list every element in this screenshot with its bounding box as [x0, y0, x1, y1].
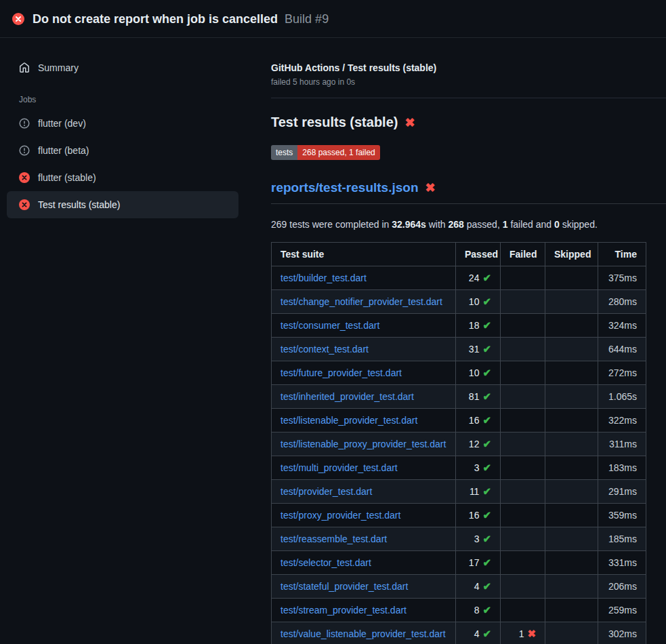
suite-cell: test/future_provider_test.dart: [272, 361, 456, 385]
skipped-cell: [545, 551, 598, 575]
test-suite-link[interactable]: test/consumer_test.dart: [280, 320, 379, 331]
failed-cell: [501, 456, 545, 480]
suite-cell: test/context_test.dart: [272, 338, 456, 361]
sidebar-job-item[interactable]: flutter (stable): [7, 164, 238, 191]
time-cell: 644ms: [598, 338, 646, 361]
failed-cell: [501, 338, 545, 361]
sidebar-job-item[interactable]: flutter (dev): [7, 110, 238, 137]
check-mark-icon: ✔: [482, 272, 491, 283]
summary-value: 32.964s: [392, 219, 426, 230]
failed-cell: [501, 361, 545, 385]
check-title: Test results (stable) ✖: [271, 115, 666, 130]
report-file-link[interactable]: reports/test-results.json: [271, 180, 419, 195]
sidebar-job-label: Test results (stable): [38, 199, 120, 210]
count-value: 3: [474, 534, 480, 544]
skipped-cell: [545, 622, 598, 644]
table-row: test/stateful_provider_test.dart4✔206ms: [272, 575, 646, 599]
time-cell: 280ms: [598, 290, 646, 314]
time-cell: 322ms: [598, 409, 646, 432]
jobs-list: flutter (dev)flutter (beta)flutter (stab…: [7, 110, 238, 218]
passed-cell: 16✔: [456, 504, 501, 527]
column-header: Skipped: [545, 243, 598, 266]
sidebar-summary-label: Summary: [38, 62, 79, 73]
sidebar-job-item[interactable]: flutter (beta): [7, 137, 238, 164]
workflow-run-title: Do not create report when job is cancell…: [33, 11, 278, 27]
table-row: test/consumer_test.dart18✔324ms: [272, 314, 646, 338]
count-value: 24: [469, 273, 480, 283]
failed-cell: [501, 599, 545, 622]
suite-cell: test/stream_provider_test.dart: [272, 599, 456, 622]
test-suite-link[interactable]: test/multi_provider_test.dart: [280, 462, 398, 473]
x-circle-fill-icon: [19, 199, 30, 210]
summary-text: with: [426, 219, 449, 230]
passed-cell: 10✔: [456, 361, 501, 385]
column-header: Time: [598, 243, 646, 266]
cross-mark-icon: ✖: [425, 180, 436, 195]
test-suite-link[interactable]: test/provider_test.dart: [280, 486, 372, 497]
check-mark-icon: ✔: [482, 296, 491, 307]
count-value: 10: [469, 296, 480, 307]
test-suite-link[interactable]: test/future_provider_test.dart: [280, 367, 402, 378]
table-row: test/reassemble_test.dart3✔185ms: [272, 527, 646, 551]
skipped-cell: [545, 527, 598, 551]
check-mark-icon: ✔: [482, 414, 491, 426]
test-suite-link[interactable]: test/context_test.dart: [280, 344, 369, 355]
count-value: 4: [474, 581, 480, 592]
column-header: Test suite: [272, 243, 456, 266]
passed-cell: 3✔: [456, 456, 501, 480]
test-suite-link[interactable]: test/reassemble_test.dart: [280, 534, 387, 544]
test-suite-link[interactable]: test/builder_test.dart: [280, 273, 367, 283]
summary-value: 1: [503, 219, 508, 230]
test-suite-link[interactable]: test/listenable_proxy_provider_test.dart: [280, 439, 446, 449]
passed-cell: 31✔: [456, 338, 501, 361]
suite-cell: test/change_notifier_provider_test.dart: [272, 290, 456, 314]
badge-value: 268 passed, 1 failed: [297, 145, 379, 160]
failed-cell: [501, 480, 545, 504]
skipped-cell: [545, 575, 598, 599]
check-mark-icon: ✔: [482, 580, 491, 592]
table-header-row: Test suitePassedFailedSkippedTime: [272, 243, 646, 266]
test-suite-link[interactable]: test/value_listenable_provider_test.dart: [280, 628, 446, 639]
count-value: 1: [519, 628, 524, 639]
count-value: 17: [469, 557, 480, 568]
failed-cell: [501, 432, 545, 456]
passed-cell: 24✔: [456, 266, 501, 290]
suite-cell: test/inherited_provider_test.dart: [272, 385, 456, 409]
suite-cell: test/selector_test.dart: [272, 551, 456, 575]
summary-text: skipped.: [560, 219, 598, 230]
check-mark-icon: ✔: [482, 319, 491, 331]
cancelled-circle-icon: [19, 145, 30, 156]
test-suite-link[interactable]: test/change_notifier_provider_test.dart: [280, 296, 442, 307]
table-row: test/builder_test.dart24✔375ms: [272, 266, 646, 290]
skipped-cell: [545, 409, 598, 432]
time-cell: 1.065s: [598, 385, 646, 409]
time-cell: 311ms: [598, 432, 646, 456]
table-row: test/future_provider_test.dart10✔272ms: [272, 361, 646, 385]
sidebar-job-item[interactable]: Test results (stable): [7, 191, 238, 218]
check-mark-icon: ✔: [482, 533, 491, 544]
test-suite-link[interactable]: test/stream_provider_test.dart: [280, 605, 407, 616]
breadcrumb: GitHub Actions / Test results (stable): [271, 62, 666, 73]
suite-cell: test/stateful_provider_test.dart: [272, 575, 456, 599]
suite-cell: test/listenable_proxy_provider_test.dart: [272, 432, 456, 456]
failed-cell: 1✖: [501, 622, 545, 644]
count-value: 81: [469, 391, 480, 402]
test-suite-link[interactable]: test/inherited_provider_test.dart: [280, 391, 414, 402]
test-suite-link[interactable]: test/listenable_provider_test.dart: [280, 415, 417, 426]
test-suite-link[interactable]: test/stateful_provider_test.dart: [280, 581, 408, 592]
skipped-cell: [545, 432, 598, 456]
time-cell: 359ms: [598, 504, 646, 527]
time-cell: 185ms: [598, 527, 646, 551]
test-suite-link[interactable]: test/proxy_provider_test.dart: [280, 510, 400, 521]
time-cell: 331ms: [598, 551, 646, 575]
time-cell: 206ms: [598, 575, 646, 599]
count-value: 10: [469, 367, 480, 378]
sidebar-item-summary[interactable]: Summary: [7, 54, 238, 81]
test-suite-link[interactable]: test/selector_test.dart: [280, 557, 371, 568]
skipped-cell: [545, 266, 598, 290]
table-row: test/context_test.dart31✔644ms: [272, 338, 646, 361]
sidebar-job-label: flutter (stable): [38, 172, 96, 183]
check-mark-icon: ✔: [482, 438, 491, 449]
suite-cell: test/reassemble_test.dart: [272, 527, 456, 551]
failed-cell: [501, 385, 545, 409]
